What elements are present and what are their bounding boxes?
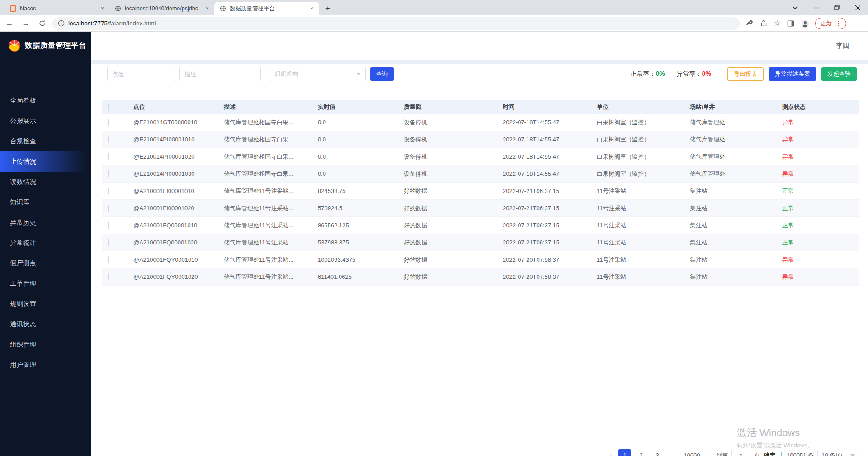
row-checkbox[interactable] [108, 256, 109, 263]
page-size-select[interactable]: 10 条/页 [817, 450, 859, 456]
cell-description: 储气库管理处11号注采站... [217, 187, 311, 195]
row-checkbox-cell [102, 170, 127, 177]
cell-point-status: 正常 [775, 239, 859, 247]
sidebar-item-12[interactable]: 组织管理 [0, 334, 91, 355]
row-checkbox[interactable] [108, 205, 109, 212]
cell-description: 储气库管理处11号注采站... [217, 273, 311, 281]
table-row: @E210014PI00001030储气库管理处相国寺白果...0.0设备停机2… [102, 165, 859, 183]
page-number-10000[interactable]: 10000 [684, 449, 700, 456]
new-tab-button[interactable]: + [322, 3, 334, 14]
goto-confirm-button[interactable]: 确定 [764, 451, 775, 456]
tab-data-quality-platform[interactable]: 数据质量管理平台 × [214, 2, 319, 15]
page-number-3[interactable]: 3 [651, 449, 664, 456]
cell-time: 2022-07-18T14:55:47 [496, 170, 590, 177]
tab-localhost-demo[interactable]: localhost:10040/demo/psjdbc × [109, 2, 214, 15]
tab-nacos[interactable]: - Nacos × [5, 2, 109, 15]
back-icon[interactable]: ← [3, 17, 16, 30]
organization-select[interactable]: 组织机构 [270, 67, 366, 81]
next-page-icon[interactable]: › [703, 452, 712, 456]
col-unit: 单位 [590, 103, 683, 111]
tab-title: Nacos [20, 5, 95, 12]
password-key-icon[interactable] [746, 19, 754, 27]
browser-menu-icon[interactable]: ⋮ [835, 20, 841, 27]
row-checkbox[interactable] [108, 239, 109, 246]
table-row: @E210014GT00000010储气库管理处相国寺白果...0.0设备停机2… [102, 114, 859, 131]
row-checkbox[interactable] [108, 136, 109, 143]
cell-time: 2022-07-18T14:55:47 [496, 119, 590, 126]
export-report-button[interactable]: 导出报表 [727, 67, 764, 81]
cell-unit: 11号注采站 [590, 187, 683, 195]
row-checkbox[interactable] [108, 170, 109, 177]
windows-activation-watermark: 激活 Windows 转到“设置”以激活 Windows。 [737, 426, 813, 450]
close-window-icon[interactable] [847, 0, 868, 15]
col-description: 描述 [217, 103, 311, 111]
select-all-checkbox[interactable] [108, 104, 109, 111]
cell-time: 2022-07-20T07:58:37 [496, 273, 590, 280]
page-info-icon[interactable] [58, 20, 65, 27]
cell-description: 储气库管理处11号注采站... [217, 239, 311, 247]
forward-icon[interactable]: → [19, 17, 33, 30]
sidebar-item-5[interactable]: 知识库 [0, 192, 91, 212]
description-input[interactable] [179, 67, 261, 81]
globe-icon [115, 5, 121, 12]
point-input[interactable] [107, 67, 175, 81]
page-number-1[interactable]: 1 [618, 449, 631, 456]
side-panel-icon[interactable] [787, 20, 794, 27]
row-checkbox-cell [102, 239, 127, 246]
table-row: @A210001FI00001010储气库管理处11号注采站...824538.… [102, 183, 859, 200]
tab-close-icon[interactable]: × [308, 5, 316, 12]
row-checkbox[interactable] [108, 153, 109, 160]
cell-description: 储气库管理处11号注采站... [217, 221, 311, 230]
sidebar-item-9[interactable]: 工单管理 [0, 273, 91, 294]
cell-time: 2022-07-21T06:37:15 [496, 239, 590, 246]
goto-page-input[interactable] [731, 450, 750, 456]
sidebar-item-0[interactable]: 全局看板 [0, 90, 91, 111]
sidebar-item-4[interactable]: 读数情况 [0, 172, 91, 192]
start-inspection-button[interactable]: 发起查验 [821, 67, 857, 81]
sidebar-item-2[interactable]: 合规检查 [0, 131, 91, 151]
search-button[interactable]: 查询 [370, 67, 394, 81]
reload-icon[interactable] [35, 17, 49, 30]
sidebar-item-13[interactable]: 用户管理 [0, 355, 91, 375]
sidebar-item-8[interactable]: 僵尸测点 [0, 253, 91, 273]
sidebar: 数据质量管理平台 全局看板公报展示合规检查上传情况读数情况知识库异常历史异常统计… [0, 32, 91, 456]
row-checkbox-cell [102, 136, 127, 143]
minimize-icon[interactable] [806, 0, 826, 15]
row-checkbox[interactable] [108, 188, 109, 194]
tab-close-icon[interactable]: × [203, 5, 211, 12]
profile-avatar-icon[interactable] [801, 19, 810, 28]
sidebar-item-11[interactable]: 通讯状态 [0, 314, 91, 334]
cell-time: 2022-07-21T06:37:15 [496, 188, 590, 194]
cell-point: @A210001FQ00001010 [127, 222, 217, 229]
chrome-update-button[interactable]: 更新 ⋮ [815, 18, 846, 29]
prev-page-icon[interactable]: ‹ [606, 452, 615, 456]
restore-icon[interactable] [826, 0, 847, 15]
row-checkbox[interactable] [108, 222, 109, 229]
row-checkbox[interactable] [108, 119, 109, 126]
cell-station-well: 储气库管理处 [683, 153, 775, 161]
row-checkbox-cell [102, 119, 127, 126]
tab-search-chevron-icon[interactable] [785, 0, 806, 15]
bookmark-star-icon[interactable]: ☆ [774, 19, 781, 28]
cell-time: 2022-07-18T14:55:47 [496, 153, 590, 160]
table-row: @A210001FQY0001010储气库管理处11号注采站...1002093… [102, 251, 859, 268]
share-icon[interactable] [760, 19, 768, 27]
abnormal-record-button[interactable]: 异常描述备案 [769, 67, 816, 81]
page-number-2[interactable]: 2 [635, 449, 647, 456]
sidebar-item-3[interactable]: 上传情况 [0, 151, 91, 172]
cell-realtime-value: 0.0 [311, 170, 397, 177]
cell-unit: 白果树阀室（监控） [590, 170, 683, 178]
sidebar-item-10[interactable]: 规则设置 [0, 294, 91, 314]
cell-station-well: 集注站 [683, 256, 775, 264]
row-checkbox[interactable] [108, 273, 109, 280]
sidebar-item-6[interactable]: 异常历史 [0, 212, 91, 233]
tab-close-icon[interactable]: × [99, 5, 106, 12]
sidebar-item-1[interactable]: 公报展示 [0, 111, 91, 131]
sidebar-item-7[interactable]: 异常统计 [0, 233, 91, 253]
watermark-line1: 激活 Windows [737, 426, 813, 440]
page-number-...[interactable]: ... [667, 449, 680, 456]
address-bar[interactable]: localhost:7775/falarm/index.html [52, 17, 740, 30]
cell-quality-stamp: 好的数据 [397, 273, 496, 281]
cell-point-status: 异常 [775, 136, 859, 144]
current-user[interactable]: 李四 [836, 42, 849, 50]
